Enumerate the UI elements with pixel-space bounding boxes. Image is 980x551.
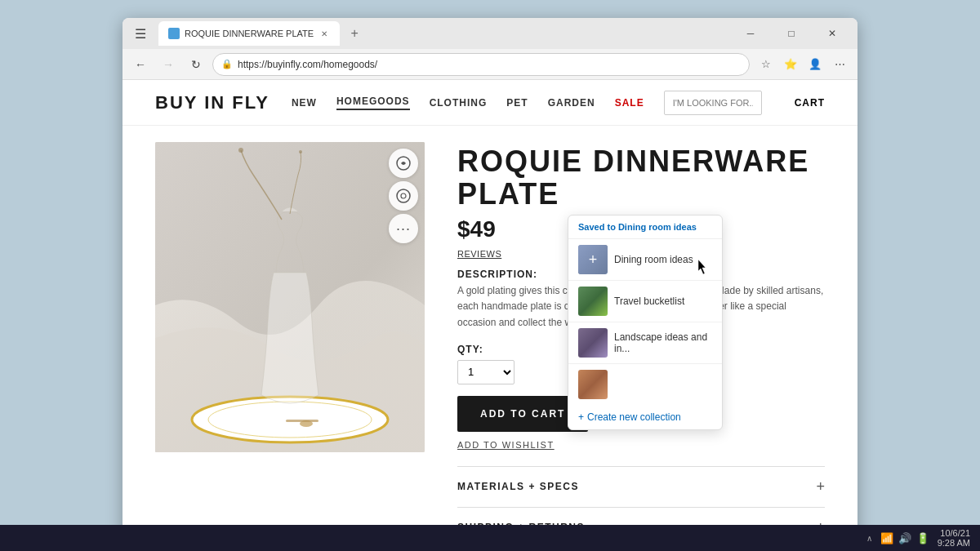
taskbar-time: 9:28 AM (938, 538, 970, 548)
svg-point-5 (238, 148, 243, 153)
window-controls: ─ □ ✕ (732, 21, 851, 46)
product-image (155, 142, 425, 452)
collection-item-travel[interactable]: Travel bucketlist (568, 281, 722, 322)
site-logo: BUY IN FLY (155, 92, 292, 113)
collection-item-extra[interactable] (568, 364, 722, 405)
collection-item-landscape[interactable]: Landscape ideas and in... (568, 322, 722, 364)
saved-collection-name: Dining room ideas (618, 222, 697, 232)
nav-link-new[interactable]: NEW (292, 97, 317, 109)
main-content: ··· ROQUIE DINNERWARE PLATE $49 REVIEWS … (122, 126, 858, 536)
battery-icon: 🔋 (916, 532, 929, 544)
qty-select[interactable]: 1 2 3 (457, 360, 514, 384)
lock-icon: 🔒 (221, 59, 233, 69)
taskbar-date: 10/6/21 (938, 528, 970, 538)
save-to-collections-button[interactable] (389, 149, 418, 178)
collection-label-travel: Travel bucketlist (614, 295, 684, 307)
collection-item-dining[interactable]: + Dining room ideas (568, 239, 722, 281)
svg-point-8 (397, 189, 410, 202)
nav-link-pet[interactable]: PET (506, 97, 528, 109)
nav-link-sale[interactable]: SALE (615, 97, 644, 109)
svg-rect-4 (286, 420, 318, 422)
maximize-button[interactable]: □ (773, 21, 810, 46)
product-title-line2: PLATE (457, 178, 825, 211)
settings-icon[interactable]: ⋯ (828, 53, 851, 76)
svg-point-6 (299, 150, 302, 153)
tab-title: ROQUIE DINNERWARE PLATE (185, 29, 314, 38)
nav-link-clothing[interactable]: CLOTHING (430, 97, 488, 109)
collection-thumb-extra (578, 370, 608, 399)
taskbar-show-hidden-button[interactable]: ∧ (866, 534, 872, 543)
star-icon[interactable]: ☆ (755, 53, 777, 76)
minimize-button[interactable]: ─ (732, 21, 769, 46)
create-new-collection-button[interactable]: + Create new collection (568, 405, 722, 429)
product-title: ROQUIE DINNERWARE (457, 145, 825, 178)
product-image-svg (155, 142, 425, 452)
taskbar-clock[interactable]: 10/6/21 9:28 AM (938, 528, 970, 548)
tab-close-button[interactable]: ✕ (318, 28, 330, 39)
active-tab[interactable]: ROQUIE DINNERWARE PLATE ✕ (158, 21, 340, 46)
cart-button[interactable]: CART (795, 97, 825, 109)
refresh-button[interactable]: ↻ (185, 53, 207, 76)
browser-window: ☰ ROQUIE DINNERWARE PLATE ✕ + ─ □ ✕ ← → … (122, 18, 858, 536)
collections-popup: Saved to Dining room ideas + Dining room… (568, 215, 723, 430)
taskbar: ∧ 📶 🔊 🔋 10/6/21 9:28 AM (0, 525, 980, 551)
taskbar-system-icons: 📶 🔊 🔋 (880, 532, 929, 544)
url-text: https://buyinfly.com/homegoods/ (238, 59, 377, 70)
more-options-button[interactable]: ··· (389, 214, 418, 243)
volume-icon: 🔊 (898, 532, 911, 544)
profile-icon[interactable]: 👤 (804, 53, 826, 76)
nav-links: NEW HOMEGOODS CLOTHING PET GARDEN SALE C… (292, 91, 825, 115)
materials-label: MATERIALS + SPECS (457, 481, 579, 492)
collection-label-dining: Dining room ideas (614, 254, 693, 265)
forward-button[interactable]: → (157, 53, 180, 76)
nav-link-garden[interactable]: GARDEN (548, 97, 595, 109)
create-new-label: Create new collection (587, 411, 681, 423)
back-button[interactable]: ← (129, 53, 152, 76)
popup-saved-message: Saved to Dining room ideas (568, 216, 722, 239)
collection-thumb-landscape (578, 328, 608, 358)
title-bar: ☰ ROQUIE DINNERWARE PLATE ✕ + ─ □ ✕ (122, 18, 858, 49)
address-bar: ← → ↻ 🔒 https://buyinfly.com/homegoods/ … (122, 49, 858, 80)
create-plus-icon: + (578, 411, 584, 423)
collection-thumb-dining: + (578, 245, 608, 274)
wifi-icon: 📶 (880, 532, 893, 544)
sidebar-toggle[interactable]: ☰ (129, 22, 152, 45)
image-actions: ··· (389, 149, 418, 243)
materials-plus-icon: + (816, 478, 825, 495)
site-nav: BUY IN FLY NEW HOMEGOODS CLOTHING PET GA… (122, 80, 858, 126)
website-content: BUY IN FLY NEW HOMEGOODS CLOTHING PET GA… (122, 80, 858, 536)
tab-bar: ☰ ROQUIE DINNERWARE PLATE ✕ + (129, 21, 725, 46)
svg-point-9 (401, 193, 406, 198)
collections-icon[interactable]: ⭐ (779, 53, 802, 76)
address-bar-icons: ☆ ⭐ 👤 ⋯ (755, 53, 851, 76)
add-to-wishlist-button[interactable]: ADD TO WISHLIST (457, 440, 825, 450)
close-button[interactable]: ✕ (813, 21, 851, 46)
url-bar[interactable]: 🔒 https://buyinfly.com/homegoods/ (212, 53, 750, 76)
tab-favicon (168, 28, 180, 39)
product-image-container: ··· (155, 142, 425, 536)
nav-link-homegoods[interactable]: HOMEGOODS (336, 96, 410, 110)
collection-thumb-travel (578, 287, 608, 316)
collection-label-landscape: Landscape ideas and in... (614, 331, 712, 354)
new-tab-button[interactable]: + (343, 22, 366, 45)
visual-search-button[interactable] (389, 181, 418, 211)
search-input[interactable] (664, 91, 762, 115)
materials-accordion[interactable]: MATERIALS + SPECS + (457, 466, 825, 507)
